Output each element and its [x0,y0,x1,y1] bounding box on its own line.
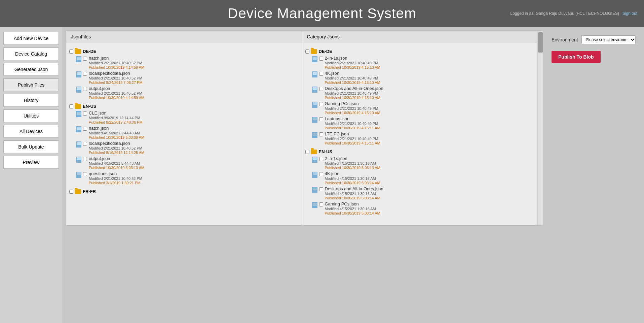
json-files-panel-header: JsonFiles [66,31,302,43]
folder-checkbox[interactable] [69,104,73,108]
category-jsons-title: Category Jsons [307,34,340,39]
file-name: 2-in-1s.json [325,56,534,61]
folder-name: DE-DE [83,49,96,54]
folder-checkbox[interactable] [305,50,309,54]
file-icon [312,187,317,193]
file-checkbox[interactable] [83,172,87,176]
file-info: localspecificdata.json Modified 2/21/202… [89,71,298,85]
folder-name: EN-US [83,104,96,109]
file-modified: Modified 4/15/2021 1:30:16 AM [325,207,534,211]
sidebar-btn-device-catalog[interactable]: Device Catalog [3,47,59,60]
file-modified: Modified 2/21/2021 10:40:52 PM [89,76,298,80]
file-checkbox[interactable] [83,157,87,161]
file-published: Published 10/30/2019 4:15:10 AM [325,96,534,100]
file-checkbox[interactable] [319,87,323,91]
folder-header: DE-DE [69,49,298,54]
file-checkbox[interactable] [319,72,323,76]
publish-to-blob-button[interactable]: Publish To Blob [552,51,601,63]
sidebar-btn-publish-files[interactable]: Publish Files [3,78,59,91]
file-modified: Modified 2/21/2021 10:40:49 PM [325,61,534,65]
file-modified: Modified 2/21/2021 10:40:52 PM [89,146,298,150]
file-item: localspecificdata.json Modified 2/21/202… [76,71,298,85]
header-user-info: Logged in as: Ganga Raju Duvvapu (HCL TE… [510,11,637,16]
file-icon [76,126,81,132]
app-title: Device Management System [228,5,416,22]
file-checkbox[interactable] [83,57,87,61]
file-checkbox[interactable] [83,72,87,76]
folder-checkbox[interactable] [69,50,73,54]
file-checkbox[interactable] [319,187,323,191]
folder-name: EN-US [319,149,332,154]
json-files-content: DE-DE hatch.json Modified 2/21/2021 10:4… [66,43,302,199]
file-name: localspecificdata.json [89,71,298,76]
file-name: Laptops.json [325,116,534,121]
file-name: localspecificdata.json [89,141,298,146]
folder-icon [75,104,81,109]
logged-in-text: Logged in as: Ganga Raju Duvvapu (HCL TE… [510,11,619,16]
file-modified: Modified 4/15/2021 3:44:43 AM [89,161,298,165]
folder-checkbox[interactable] [69,190,73,194]
main-layout: Add New Device Device Catalog Generated … [0,27,644,323]
file-icon [76,172,81,178]
sidebar-btn-bulk-update[interactable]: Bulk Update [3,140,59,153]
file-checkbox[interactable] [319,157,323,161]
file-item: 2-in-1s.json Modified 2/21/2021 10:40:49… [312,56,534,69]
file-checkbox[interactable] [83,111,87,116]
sidebar-btn-all-devices[interactable]: All Devices [3,125,59,138]
file-checkbox[interactable] [319,202,323,206]
scrollbar-thumb[interactable] [538,32,543,53]
file-checkbox[interactable] [319,117,323,121]
file-published: Published 10/30/2019 4:15:10 AM [325,111,534,115]
sidebar-btn-utilities[interactable]: Utilities [3,109,59,122]
file-checkbox[interactable] [83,142,87,146]
folder-header: EN-US [305,149,534,154]
file-modified: Modified 4/15/2021 1:30:16 AM [325,192,534,196]
file-checkbox[interactable] [83,127,87,131]
file-icon [312,117,317,123]
sidebar-btn-generated-json[interactable]: Generated Json [3,63,59,76]
scrollbar-track[interactable] [537,31,543,225]
file-item: CLE.json Modified 9/6/2019 12:14:44 PM P… [76,110,298,124]
folder-group: FR-FR [69,189,298,194]
sidebar-btn-preview[interactable]: Preview [3,156,59,169]
file-item: questions.json Modified 2/21/2021 10:40:… [76,171,298,185]
folder-icon [75,49,81,54]
file-checkbox[interactable] [319,132,323,136]
file-checkbox[interactable] [319,57,323,61]
file-published: Published 8/16/2019 12:14:25 AM [89,151,298,155]
file-published: Published 10/30/2019 4:14:59 AM [89,65,298,69]
file-modified: Modified 2/21/2021 10:40:52 PM [89,176,298,181]
file-info: LTE PC.json Modified 2/21/2021 10:40:49 … [325,131,534,145]
folder-checkbox[interactable] [305,150,309,154]
file-icon [312,157,317,163]
file-name: LTE PC.json [325,131,534,136]
env-select[interactable]: Please select environmentDevelopmentStag… [581,35,636,44]
file-info: output.json Modified 2/21/2021 10:40:52 … [89,86,298,100]
sidebar-btn-add-new-device[interactable]: Add New Device [3,32,59,45]
folder-icon [311,150,317,154]
category-jsons-panel: Category Jsons DE-DE 2-in-1s.json Modifi… [302,31,538,225]
file-checkbox[interactable] [319,102,323,106]
file-info: Desktops and All-in-Ones.json Modified 4… [325,186,534,200]
file-name: Desktops and All-in-Ones.json [325,86,534,91]
file-checkbox[interactable] [319,172,323,176]
sidebar-btn-history[interactable]: History [3,94,59,107]
signout-link[interactable]: Sign out [622,11,637,16]
file-info: Desktops and All-in-Ones.json Modified 2… [325,86,534,100]
file-info: output.json Modified 4/15/2021 3:44:43 A… [89,156,298,170]
file-name: CLE.json [89,110,298,116]
folder-name: DE-DE [319,49,332,54]
right-control-panel: Environment Please select environmentDev… [546,30,641,320]
file-published: Published 9/24/2019 7:06:27 PM [89,80,298,85]
file-modified: Modified 2/21/2021 10:40:49 PM [325,91,534,95]
file-modified: Modified 2/21/2021 10:40:49 PM [325,122,534,126]
app-header: Device Management System Logged in as: G… [0,0,644,27]
file-info: CLE.json Modified 9/6/2019 12:14:44 PM P… [89,110,298,124]
file-item: 4K.json Modified 4/15/2021 1:30:16 AM Pu… [312,171,534,185]
file-checkbox[interactable] [83,87,87,91]
folder-icon [311,49,317,54]
file-info: Gaming PCs.json Modified 2/21/2021 10:40… [325,101,534,115]
file-name: Desktops and All-in-Ones.json [325,186,534,191]
file-item: Desktops and All-in-Ones.json Modified 2… [312,86,534,100]
file-published: Published 10/30/2019 4:15:10 AM [325,65,534,69]
